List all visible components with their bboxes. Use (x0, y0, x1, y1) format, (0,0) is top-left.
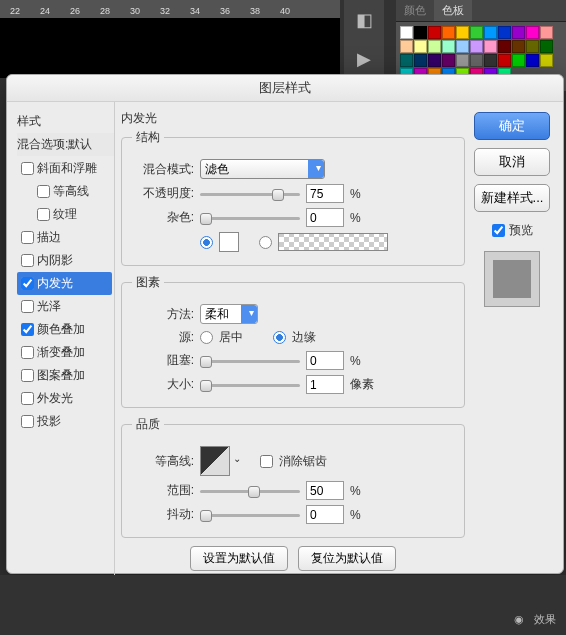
style-item[interactable]: 颜色叠加 (17, 318, 112, 341)
style-item[interactable]: 投影 (17, 410, 112, 433)
swatch[interactable] (442, 40, 455, 53)
swatch[interactable] (470, 26, 483, 39)
style-checkbox[interactable] (21, 346, 34, 359)
style-item[interactable]: 斜面和浮雕 (17, 157, 112, 180)
swatch[interactable] (470, 54, 483, 67)
tab-swatches[interactable]: 色板 (434, 0, 472, 21)
ok-button[interactable]: 确定 (474, 112, 550, 140)
size-slider[interactable] (200, 378, 300, 392)
style-checkbox[interactable] (21, 254, 34, 267)
gradient-radio[interactable] (259, 236, 272, 249)
swatch[interactable] (400, 40, 413, 53)
quality-group: 品质 等高线: 消除锯齿 范围: % 抖动: (121, 416, 465, 538)
color-radio[interactable] (200, 236, 213, 249)
swatch[interactable] (484, 54, 497, 67)
swatch[interactable] (400, 54, 413, 67)
style-item[interactable]: 光泽 (17, 295, 112, 318)
style-item[interactable]: 渐变叠加 (17, 341, 112, 364)
style-checkbox[interactable] (21, 369, 34, 382)
style-checkbox[interactable] (21, 415, 34, 428)
style-checkbox[interactable] (21, 323, 34, 336)
style-label: 描边 (37, 229, 61, 246)
style-checkbox[interactable] (37, 185, 50, 198)
glow-gradient[interactable] (278, 233, 388, 251)
swatch[interactable] (526, 26, 539, 39)
style-checkbox[interactable] (21, 231, 34, 244)
swatch[interactable] (540, 26, 553, 39)
swatch[interactable] (484, 26, 497, 39)
range-input[interactable] (306, 481, 344, 500)
style-item[interactable]: 外发光 (17, 387, 112, 410)
antialias-checkbox[interactable] (260, 455, 273, 468)
size-input[interactable] (306, 375, 344, 394)
effects-label[interactable]: 效果 (534, 612, 556, 627)
swatch[interactable] (470, 40, 483, 53)
set-default-button[interactable]: 设置为默认值 (190, 546, 288, 571)
choke-slider[interactable] (200, 354, 300, 368)
swatch[interactable] (442, 54, 455, 67)
blend-options[interactable]: 混合选项:默认 (17, 133, 114, 156)
swatch[interactable] (498, 54, 511, 67)
tab-color[interactable]: 颜色 (396, 0, 434, 21)
style-checkbox[interactable] (37, 208, 50, 221)
swatch[interactable] (512, 26, 525, 39)
histogram-icon[interactable]: ◧ (350, 6, 378, 34)
noise-input[interactable] (306, 208, 344, 227)
style-item[interactable]: 内阴影 (17, 249, 112, 272)
style-checkbox[interactable] (21, 277, 34, 290)
eye-icon[interactable]: ◉ (514, 613, 524, 626)
swatch[interactable] (400, 26, 413, 39)
swatch[interactable] (540, 40, 553, 53)
contour-picker[interactable] (200, 446, 230, 476)
jitter-input[interactable] (306, 505, 344, 524)
source-center-radio[interactable] (200, 331, 213, 344)
new-style-button[interactable]: 新建样式... (474, 184, 550, 212)
cancel-button[interactable]: 取消 (474, 148, 550, 176)
swatch[interactable] (442, 26, 455, 39)
swatch[interactable] (498, 40, 511, 53)
swatch[interactable] (498, 26, 511, 39)
swatch[interactable] (512, 40, 525, 53)
style-item[interactable]: 内发光 (17, 272, 112, 295)
style-label: 投影 (37, 413, 61, 430)
swatch[interactable] (414, 26, 427, 39)
swatch[interactable] (428, 40, 441, 53)
swatch[interactable] (512, 54, 525, 67)
glow-color[interactable] (219, 232, 239, 252)
swatch[interactable] (414, 54, 427, 67)
style-label: 外发光 (37, 390, 73, 407)
noise-slider[interactable] (200, 211, 300, 225)
play-icon[interactable]: ▶ (350, 45, 378, 73)
swatch[interactable] (540, 54, 553, 67)
style-checkbox[interactable] (21, 162, 34, 175)
style-checkbox[interactable] (21, 392, 34, 405)
swatch[interactable] (414, 40, 427, 53)
swatch[interactable] (456, 54, 469, 67)
choke-input[interactable] (306, 351, 344, 370)
blend-mode-select[interactable]: 滤色 (200, 159, 325, 179)
swatch[interactable] (456, 26, 469, 39)
size-unit-label: 像素 (350, 376, 374, 393)
swatch[interactable] (456, 40, 469, 53)
swatch[interactable] (526, 54, 539, 67)
method-select[interactable]: 柔和 (200, 304, 258, 324)
swatch[interactable] (428, 26, 441, 39)
style-item[interactable]: 纹理 (17, 203, 112, 226)
preview-checkbox[interactable] (492, 224, 505, 237)
jitter-slider[interactable] (200, 508, 300, 522)
source-edge-radio[interactable] (273, 331, 286, 344)
swatch[interactable] (428, 54, 441, 67)
swatch[interactable] (484, 40, 497, 53)
style-item[interactable]: 图案叠加 (17, 364, 112, 387)
swatch[interactable] (526, 40, 539, 53)
reset-default-button[interactable]: 复位为默认值 (298, 546, 396, 571)
style-item[interactable]: 描边 (17, 226, 112, 249)
style-header[interactable]: 样式 (17, 110, 114, 133)
range-slider[interactable] (200, 484, 300, 498)
bottom-bar: ◉ 效果 (0, 575, 566, 635)
style-checkbox[interactable] (21, 300, 34, 313)
opacity-slider[interactable] (200, 187, 300, 201)
style-item[interactable]: 等高线 (17, 180, 112, 203)
opacity-input[interactable] (306, 184, 344, 203)
dialog-title: 图层样式 (7, 75, 563, 102)
